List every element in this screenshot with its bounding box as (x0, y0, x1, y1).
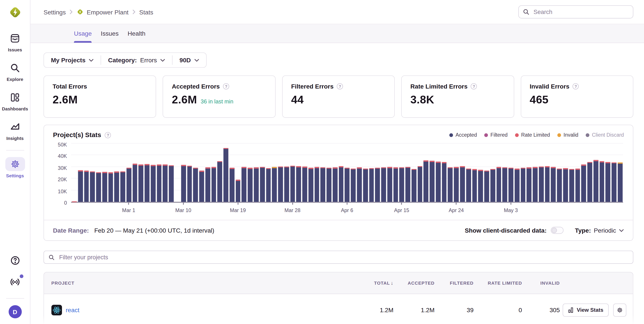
row-actions: View Stats (560, 304, 633, 317)
help-circle-icon[interactable]: ? (471, 83, 477, 89)
project-link[interactable]: react (66, 307, 80, 314)
chart-bar (412, 169, 416, 202)
help-circle-icon[interactable]: ? (573, 83, 579, 89)
legend-label: Filtered (490, 132, 508, 138)
chart-bar (545, 166, 550, 202)
legend-item[interactable]: Client Discard (586, 132, 624, 138)
chart-bar (108, 172, 113, 202)
chart-bar (217, 161, 222, 202)
x-axis-tick: Mar 28 (284, 203, 300, 213)
help-circle-icon[interactable]: ? (223, 83, 229, 89)
chart-bar (478, 170, 483, 202)
view-stats-button[interactable]: View Stats (563, 304, 609, 317)
project-stats-panel: Project(s) Stats ? AcceptedFilteredRate … (44, 125, 633, 241)
rate-limited-cell: 0 (474, 307, 522, 314)
chart-bar (248, 168, 252, 202)
chart-bar (126, 167, 131, 202)
sidebar-item-insights[interactable]: Insights (5, 120, 25, 141)
card-value: 2.6M (172, 94, 197, 106)
chart-bar (157, 165, 162, 202)
tab-bar: Usage Issues Health (30, 24, 644, 43)
chart-footer: Date Range: Feb 20 — May 21 (+00:00 UTC,… (44, 220, 633, 240)
column-header-project[interactable]: PROJECT (44, 281, 349, 286)
toggle-knob (552, 228, 557, 233)
sidebar-item-dashboards[interactable]: Dashboards (2, 90, 28, 111)
chart-bar (151, 165, 156, 202)
chart-bar (557, 168, 562, 202)
tab-usage[interactable]: Usage (74, 24, 92, 43)
chart-bar (442, 162, 446, 202)
project-filter-dropdown[interactable]: My Projects (44, 53, 101, 67)
projects-table: PROJECT TOTAL↓ ACCEPTED FILTERED RATE LI… (44, 272, 633, 324)
chart-bar (163, 165, 168, 202)
chart-bars (72, 144, 622, 202)
help-circle-icon[interactable]: ? (105, 132, 111, 138)
chart-bar (308, 168, 313, 202)
issues-icon (5, 31, 25, 45)
chart-bar (326, 168, 332, 202)
chart-bar (199, 171, 204, 202)
chart-bar (551, 167, 556, 202)
chart-bar (260, 167, 265, 202)
legend-label: Client Discard (592, 132, 624, 138)
column-header-filtered[interactable]: FILTERED (434, 281, 474, 286)
card-value: 2.6M (52, 94, 78, 106)
chart-bar (600, 161, 604, 202)
legend-dot (515, 133, 519, 137)
breadcrumb-organization[interactable]: Empower Plant (76, 8, 128, 16)
user-avatar[interactable]: D (8, 305, 22, 318)
category-value: Errors (140, 57, 157, 64)
tab-label: Issues (101, 30, 118, 37)
client-discard-toggle[interactable] (551, 227, 564, 234)
chart-bar (381, 167, 386, 202)
chart-bar (266, 168, 271, 202)
project-settings-button[interactable] (613, 304, 626, 317)
whats-new-button[interactable] (10, 277, 20, 289)
search-icon (48, 254, 54, 260)
date-period-dropdown[interactable]: 90D (172, 53, 206, 67)
breadcrumb-settings[interactable]: Settings (44, 8, 66, 15)
card-title: Rate Limited Errors (410, 83, 468, 90)
column-header-total[interactable]: TOTAL↓ (349, 280, 394, 286)
y-axis-label: 30K (58, 165, 67, 171)
sidebar: Issues Explore Dashboards (0, 0, 30, 324)
sidebar-divider (6, 298, 24, 299)
chevron-down-icon (194, 58, 199, 62)
chart-bar (393, 167, 398, 202)
chart-bar (472, 169, 477, 202)
tab-health[interactable]: Health (128, 24, 145, 43)
category-dropdown[interactable]: Category: Errors (101, 53, 172, 67)
legend-dot (586, 133, 590, 137)
column-header-rate-limited[interactable]: RATE LIMITED (474, 281, 522, 286)
chart-bar (284, 166, 289, 202)
legend-item[interactable]: Accepted (450, 132, 477, 138)
period-value: 90D (180, 57, 191, 64)
search-input[interactable] (533, 8, 629, 16)
type-dropdown[interactable]: Type: Periodic (575, 227, 624, 234)
filter-projects-input[interactable] (58, 254, 628, 261)
help-circle-icon[interactable]: ? (337, 83, 343, 89)
main-column: Settings Empower Plant Stats (30, 0, 644, 324)
sidebar-item-explore[interactable]: Explore (5, 61, 25, 82)
sidebar-item-settings[interactable]: Settings (5, 157, 25, 178)
chart-bar (612, 162, 616, 202)
legend-item[interactable]: Invalid (557, 132, 578, 138)
sidebar-item-issues[interactable]: Issues (5, 31, 25, 52)
org-logo[interactable] (8, 5, 22, 21)
legend-item[interactable]: Rate Limited (515, 132, 550, 138)
tab-issues[interactable]: Issues (101, 24, 118, 43)
y-axis-label: 50K (58, 142, 67, 148)
x-axis-tick: Apr 6 (341, 203, 353, 213)
sidebar-item-label: Issues (8, 47, 22, 52)
chart-bar (314, 167, 319, 202)
gear-icon (5, 157, 25, 171)
column-header-invalid[interactable]: INVALID (522, 281, 560, 286)
stat-card-invalid-errors: Invalid Errors ? 465 (520, 75, 633, 118)
y-axis-label: 0 (64, 200, 67, 206)
help-button[interactable] (10, 255, 20, 267)
column-header-accepted[interactable]: ACCEPTED (393, 281, 434, 286)
chart-xaxis: Mar 1Mar 10Mar 19Mar 28Apr 6Apr 15Apr 24… (71, 203, 623, 217)
chevron-right-icon (132, 9, 136, 14)
legend-item[interactable]: Filtered (484, 132, 508, 138)
view-stats-label: View Stats (577, 307, 604, 313)
